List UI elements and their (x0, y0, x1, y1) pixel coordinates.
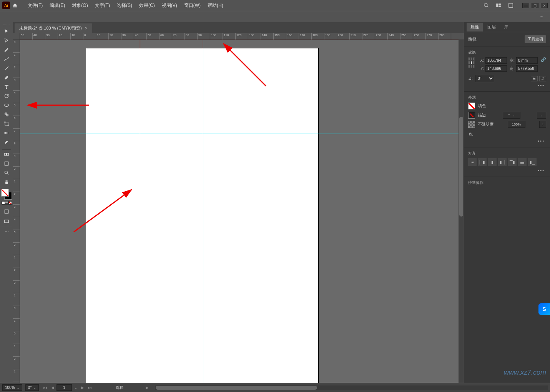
x-input[interactable] (485, 57, 507, 64)
width-input[interactable] (516, 57, 538, 64)
guide-horizontal[interactable] (20, 40, 459, 40)
direct-selection-tool[interactable] (1, 36, 12, 45)
flip-vertical-icon[interactable]: ⇵ (539, 76, 546, 81)
document-tab[interactable]: 未标题-2* @ 100 % (CMYK/预览) × (15, 23, 92, 33)
maximize-button[interactable]: ▢ (532, 3, 538, 8)
menu-help[interactable]: 帮助(H) (204, 1, 226, 10)
sogou-ime-badge[interactable]: S (538, 303, 550, 315)
guide-vertical[interactable] (140, 40, 140, 383)
color-gradient[interactable] (5, 201, 8, 205)
draw-mode-icon[interactable] (1, 207, 12, 216)
search-icon[interactable] (482, 2, 490, 9)
canvas-viewport[interactable] (20, 40, 459, 383)
stroke-weight-input[interactable]: ⌃ ⌄ (503, 112, 520, 119)
tab-properties[interactable]: 属性 (467, 23, 483, 31)
color-none[interactable] (8, 201, 12, 205)
artboard-tool[interactable] (1, 159, 12, 168)
fill-swatch[interactable] (468, 103, 475, 109)
scrollbar-thumb[interactable] (459, 117, 463, 217)
opacity-swatch-icon (468, 121, 475, 128)
zoom-field[interactable]: 100%⌄ (2, 384, 22, 391)
menu-window[interactable]: 窗口(W) (181, 1, 204, 10)
screen-mode-icon[interactable] (1, 217, 12, 226)
reference-point[interactable] (468, 57, 475, 68)
eyedropper-tool[interactable] (1, 137, 12, 147)
height-input[interactable] (516, 65, 538, 72)
nav-prev-icon[interactable]: ◀ (50, 385, 56, 390)
more-options-icon[interactable]: ••• (468, 82, 546, 88)
minimize-button[interactable]: — (522, 3, 529, 8)
line-tool[interactable] (1, 64, 12, 73)
opacity-input[interactable]: 100% (508, 121, 525, 128)
ruler-horizontal[interactable]: 5040302010010203040506070809010011012013… (20, 33, 464, 40)
align-hcenter-icon[interactable]: ▮ (488, 158, 497, 166)
rotate-view-field[interactable]: 0°⌄ (25, 384, 39, 391)
guide-horizontal[interactable] (20, 134, 459, 134)
hand-tool[interactable] (1, 177, 12, 187)
zoom-tool[interactable] (1, 168, 12, 177)
tab-layers[interactable]: 图层 (484, 23, 500, 31)
type-tool[interactable] (1, 82, 12, 91)
ruler-origin[interactable] (13, 33, 20, 40)
shape-builder-tool[interactable] (1, 110, 12, 119)
toolbar-grip[interactable]: :::::: (2, 23, 11, 27)
nav-next-icon[interactable]: ▶ (80, 385, 86, 390)
menu-file[interactable]: 文件(F) (25, 1, 46, 10)
curvature-tool[interactable] (1, 55, 12, 64)
align-right-icon[interactable]: ▮▕ (498, 158, 507, 166)
stroke-swatch[interactable] (468, 112, 475, 119)
fill-stroke-swatch[interactable] (1, 189, 12, 200)
close-tab-icon[interactable]: × (85, 26, 88, 31)
lock-aspect-icon[interactable]: 🔗 (541, 57, 546, 62)
svg-rect-19 (5, 210, 8, 213)
flip-horizontal-icon[interactable]: ⇋ (531, 76, 538, 81)
svg-line-18 (7, 173, 8, 175)
pen-tool[interactable] (1, 45, 12, 55)
fx-button[interactable]: fx. (468, 130, 546, 138)
gradient-tool[interactable] (1, 128, 12, 137)
edit-toolbar-icon[interactable]: ⋯ (1, 227, 12, 236)
nav-first-icon[interactable]: ⏮ (42, 385, 49, 390)
ellipse-tool[interactable] (1, 101, 12, 110)
menu-view[interactable]: 视图(V) (159, 1, 180, 10)
menu-object[interactable]: 对象(O) (69, 1, 91, 10)
menu-select[interactable]: 选择(S) (114, 1, 135, 10)
panel-menu-icon[interactable]: ≡ (537, 12, 546, 22)
align-left-icon[interactable]: ▏▮ (478, 158, 487, 166)
workspace-icon[interactable] (507, 2, 515, 9)
tab-libraries[interactable]: 库 (500, 23, 512, 31)
more-options-icon[interactable]: ••• (468, 138, 546, 144)
brush-tool[interactable] (1, 73, 12, 82)
opacity-dropdown-icon[interactable]: › (539, 121, 546, 128)
angle-input[interactable]: 0° (475, 75, 494, 82)
align-top-icon[interactable]: ▔▮ (508, 158, 517, 166)
color-white[interactable] (2, 201, 5, 205)
status-dropdown-icon[interactable]: ▶ (146, 385, 149, 390)
scrollbar-horizontal[interactable] (155, 385, 548, 390)
artboard-index[interactable]: 1 (56, 384, 72, 391)
home-icon[interactable] (11, 1, 19, 10)
artboard (86, 48, 318, 383)
nav-last-icon[interactable]: ⏭ (86, 385, 93, 390)
stroke-profile-dropdown[interactable]: ⌄ (537, 112, 546, 119)
rotate-tool[interactable] (1, 91, 12, 101)
fill-swatch[interactable] (1, 189, 9, 197)
menu-effect[interactable]: 效果(C) (136, 1, 158, 10)
tool-options-button[interactable]: 工具选项 (525, 35, 546, 43)
y-input[interactable] (485, 65, 507, 72)
menu-type[interactable]: 文字(T) (92, 1, 113, 10)
arrange-docs-icon[interactable] (495, 2, 502, 9)
menu-edit[interactable]: 编辑(E) (47, 1, 68, 10)
more-options-icon[interactable]: ••• (468, 167, 546, 174)
align-bottom-icon[interactable]: ▮▁ (528, 158, 537, 166)
scrollbar-thumb[interactable] (156, 386, 317, 390)
selection-tool[interactable] (1, 27, 12, 36)
blend-tool[interactable] (1, 150, 12, 159)
free-transform-tool[interactable] (1, 119, 12, 128)
guide-vertical[interactable] (203, 40, 203, 383)
ruler-vertical[interactable]: 01234567890123450120101010101501501050 (13, 40, 20, 383)
scrollbar-vertical[interactable] (459, 40, 464, 383)
align-vcenter-icon[interactable]: ▬ (518, 158, 527, 166)
close-button[interactable]: ✕ (541, 3, 548, 8)
align-to-dropdown[interactable]: ▫▾ (468, 158, 477, 166)
